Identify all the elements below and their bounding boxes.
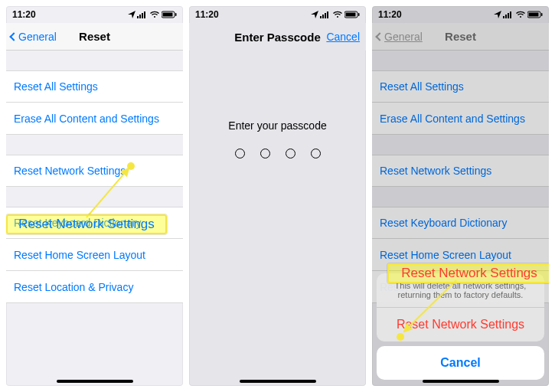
passcode-dot	[286, 149, 295, 158]
svg-rect-20	[529, 13, 539, 17]
back-label: General	[384, 31, 423, 43]
passcode-dot	[260, 149, 270, 158]
phone-screen-3: 11:20 General Reset Reset All Settings E…	[372, 6, 549, 386]
status-right	[311, 11, 360, 18]
signal-icon	[503, 11, 514, 18]
svg-rect-11	[327, 11, 328, 18]
wifi-icon	[515, 11, 526, 18]
home-indicator[interactable]	[240, 380, 316, 383]
wifi-icon	[149, 11, 160, 18]
row-label: Reset Location & Privacy	[14, 281, 133, 293]
svg-rect-15	[503, 16, 504, 18]
row-reset-network[interactable]: Reset Network Settings	[6, 155, 183, 187]
page-title: Enter Passcode	[234, 31, 321, 44]
status-time: 11:20	[378, 9, 402, 20]
home-indicator[interactable]	[423, 380, 499, 383]
location-icon	[311, 11, 318, 18]
status-bar: 11:20	[189, 6, 366, 23]
row-label: Reset All Settings	[14, 80, 98, 93]
row-erase-all: Erase All Content and Settings	[372, 103, 549, 135]
location-icon	[128, 11, 135, 18]
annotation-label: Reset Network Settings	[18, 217, 155, 232]
svg-rect-5	[163, 13, 173, 17]
svg-rect-2	[142, 13, 143, 18]
passcode-dot	[311, 149, 321, 158]
action-sheet: This will delete all network settings, r…	[377, 273, 544, 380]
svg-rect-3	[144, 11, 145, 18]
passcode-dots[interactable]	[235, 149, 321, 158]
svg-rect-21	[541, 13, 543, 16]
signal-icon	[320, 11, 331, 18]
sheet-cancel-button[interactable]: Cancel	[377, 346, 544, 380]
svg-rect-14	[358, 13, 360, 16]
back-label: General	[18, 31, 57, 43]
page-title: Reset	[79, 30, 110, 43]
svg-rect-6	[175, 13, 177, 16]
status-bar: 11:20	[372, 6, 549, 23]
svg-rect-1	[139, 15, 141, 18]
svg-rect-8	[320, 16, 322, 18]
chevron-left-icon	[9, 32, 18, 41]
passcode-dot	[235, 149, 245, 158]
back-button[interactable]: General	[9, 23, 57, 51]
cancel-button[interactable]: Cancel	[326, 23, 360, 51]
passcode-area: Enter your passcode	[189, 51, 366, 158]
nav-bar: Enter Passcode Cancel	[189, 23, 366, 51]
page-title: Reset	[445, 30, 476, 43]
sheet-group: This will delete all network settings, r…	[377, 273, 544, 341]
row-label: Reset Keyboard Dictionary	[380, 217, 508, 229]
status-time: 11:20	[12, 9, 36, 20]
signal-icon	[137, 11, 148, 18]
svg-rect-16	[505, 15, 507, 18]
row-reset-keyboard: Reset Keyboard Dictionary	[372, 207, 549, 239]
status-time: 11:20	[195, 9, 219, 20]
annotation-highlight: Reset Network Settings	[6, 214, 167, 234]
sheet-confirm-label: Reset Network Settings	[397, 318, 524, 332]
chevron-left-icon	[375, 32, 384, 41]
row-erase-all[interactable]: Erase All Content and Settings	[6, 103, 183, 135]
svg-rect-0	[137, 16, 139, 18]
annotation-dot	[397, 333, 404, 341]
row-label: Reset Network Settings	[380, 165, 491, 177]
cancel-label: Cancel	[326, 31, 360, 43]
battery-icon	[344, 11, 360, 18]
phone-screen-1: 11:20 General Reset Reset All Settings E…	[6, 6, 183, 386]
battery-icon	[162, 11, 177, 18]
row-label: Reset Home Screen Layout	[380, 249, 511, 261]
status-right	[128, 11, 177, 18]
wifi-icon	[332, 11, 343, 18]
row-reset-all: Reset All Settings	[372, 70, 549, 103]
row-label: Reset Network Settings	[14, 165, 126, 177]
passcode-prompt: Enter your passcode	[228, 119, 326, 132]
svg-rect-9	[322, 15, 324, 18]
row-label: Reset Home Screen Layout	[14, 249, 145, 261]
row-reset-network: Reset Network Settings	[372, 155, 549, 187]
reset-list: Reset All Settings Erase All Content and…	[6, 51, 183, 303]
svg-rect-18	[510, 11, 511, 18]
status-bar: 11:20	[6, 6, 183, 23]
row-label: Erase All Content and Settings	[380, 113, 525, 125]
svg-rect-10	[325, 13, 326, 18]
phone-screen-2: 11:20 Enter Passcode Cancel Enter your p…	[189, 6, 366, 386]
annotation-dot	[127, 162, 135, 170]
location-icon	[494, 11, 501, 18]
row-label: Erase All Content and Settings	[14, 113, 159, 125]
svg-rect-13	[346, 13, 356, 17]
battery-icon	[527, 11, 543, 18]
annotation-highlight: Reset Network Settings	[387, 263, 549, 283]
row-reset-location[interactable]: Reset Location & Privacy	[6, 271, 183, 303]
row-label: Reset All Settings	[380, 80, 464, 93]
annotation-label: Reset Network Settings	[401, 266, 537, 281]
svg-rect-17	[508, 13, 509, 18]
sheet-cancel-label: Cancel	[440, 356, 480, 370]
nav-bar: General Reset	[372, 23, 549, 51]
status-right	[494, 11, 543, 18]
home-indicator[interactable]	[57, 380, 133, 383]
row-reset-home[interactable]: Reset Home Screen Layout	[6, 239, 183, 271]
back-button: General	[375, 23, 423, 51]
nav-bar: General Reset	[6, 23, 183, 51]
row-reset-all[interactable]: Reset All Settings	[6, 70, 183, 103]
